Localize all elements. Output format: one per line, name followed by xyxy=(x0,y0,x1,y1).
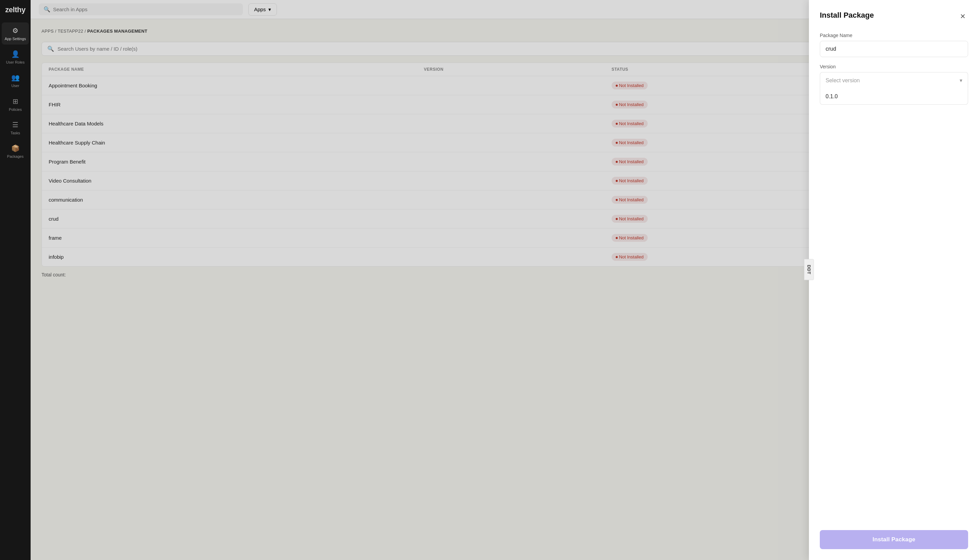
chevron-down-icon: ▾ xyxy=(960,77,962,83)
package-name-input[interactable] xyxy=(820,41,968,57)
close-button[interactable]: ✕ xyxy=(957,11,968,22)
modal-header: Install Package ✕ xyxy=(820,11,968,22)
install-package-panel: Install Package ✕ Package Name Version S… xyxy=(809,0,979,560)
version-dropdown-wrapper: Select version ▾ 0.1.0 xyxy=(820,72,968,105)
version-select-button[interactable]: Select version ▾ xyxy=(820,72,968,89)
version-select-placeholder: Select version xyxy=(826,78,860,83)
version-option-0[interactable]: 0.1.0 xyxy=(820,89,968,104)
package-name-label: Package Name xyxy=(820,33,968,38)
modal-title: Install Package xyxy=(820,11,874,20)
version-dropdown-list: 0.1.0 xyxy=(820,89,968,105)
package-name-group: Package Name xyxy=(820,33,968,57)
close-icon: ✕ xyxy=(960,12,966,20)
side-tab-ddt[interactable]: DDT xyxy=(804,259,814,280)
version-label: Version xyxy=(820,64,968,69)
version-group: Version Select version ▾ 0.1.0 xyxy=(820,64,968,105)
install-package-button[interactable]: Install Package xyxy=(820,530,968,549)
